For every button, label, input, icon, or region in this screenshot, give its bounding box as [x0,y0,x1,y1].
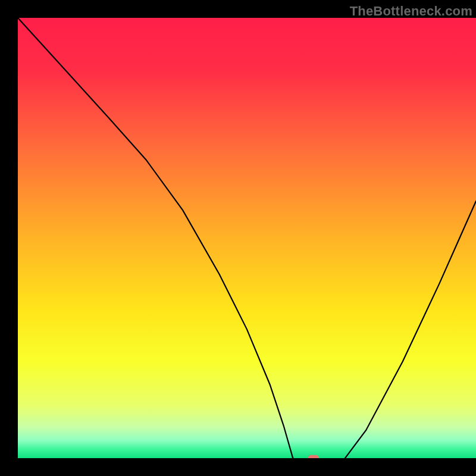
watermark-text: TheBottleneck.com [350,4,472,19]
curve-path [18,18,476,458]
chart-frame: TheBottleneck.com [0,0,476,476]
bottleneck-curve [18,18,476,458]
plot-area [18,18,476,458]
optimal-marker [308,455,318,458]
